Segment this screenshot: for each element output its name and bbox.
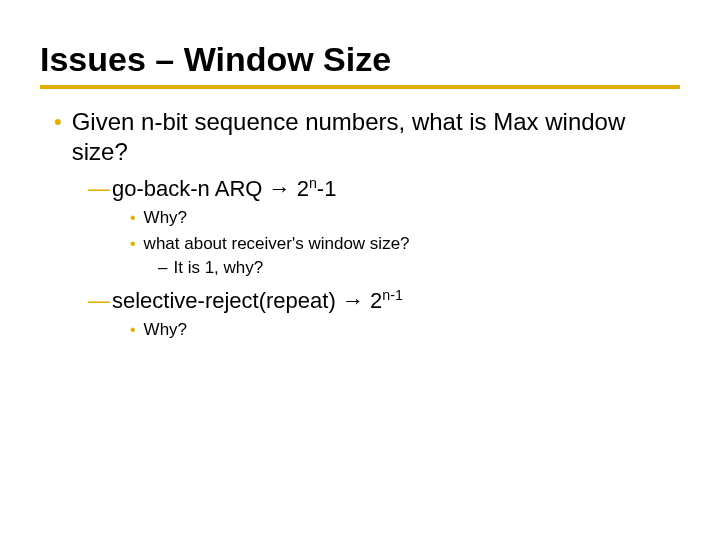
dash-icon: –: [158, 257, 167, 279]
title-underline: [40, 85, 680, 89]
gbn-name: go-back-n ARQ: [112, 176, 262, 201]
bullet-gbn-why: • Why?: [130, 207, 680, 229]
dash-icon: —: [88, 175, 110, 203]
gbn-base: 2: [297, 176, 309, 201]
sr-exp: n-1: [382, 287, 403, 303]
bullet-dot-icon: •: [130, 319, 136, 341]
dash-icon: —: [88, 287, 110, 315]
bullet-gbn-receiver-answer-text: It is 1, why?: [173, 257, 263, 279]
slide: Issues – Window Size • Given n-bit seque…: [0, 0, 720, 540]
bullet-gbn-why-text: Why?: [144, 207, 187, 229]
bullet-sr: — selective-reject(repeat) → 2n-1: [88, 287, 680, 315]
bullet-main: • Given n-bit sequence numbers, what is …: [54, 107, 680, 167]
title-block: Issues – Window Size: [40, 40, 680, 89]
sr-name: selective-reject(repeat): [112, 288, 336, 313]
bullet-gbn: — go-back-n ARQ → 2n-1: [88, 175, 680, 203]
bullet-gbn-text: go-back-n ARQ → 2n-1: [112, 175, 336, 203]
bullet-main-text: Given n-bit sequence numbers, what is Ma…: [72, 107, 680, 167]
bullet-sr-why: • Why?: [130, 319, 680, 341]
slide-title: Issues – Window Size: [40, 40, 680, 79]
bullet-gbn-receiver-text: what about receiver's window size?: [144, 233, 410, 255]
arrow-icon: →: [269, 176, 291, 201]
bullet-dot-icon: •: [130, 233, 136, 255]
bullet-dot-icon: •: [54, 107, 62, 137]
arrow-icon: →: [342, 288, 364, 313]
bullet-sr-text: selective-reject(repeat) → 2n-1: [112, 287, 403, 315]
gbn-tail: -1: [317, 176, 337, 201]
sr-base: 2: [370, 288, 382, 313]
bullet-dot-icon: •: [130, 207, 136, 229]
gbn-exp: n: [309, 175, 317, 191]
bullet-gbn-receiver: • what about receiver's window size?: [130, 233, 680, 255]
bullet-gbn-receiver-answer: – It is 1, why?: [158, 257, 680, 279]
bullet-sr-why-text: Why?: [144, 319, 187, 341]
